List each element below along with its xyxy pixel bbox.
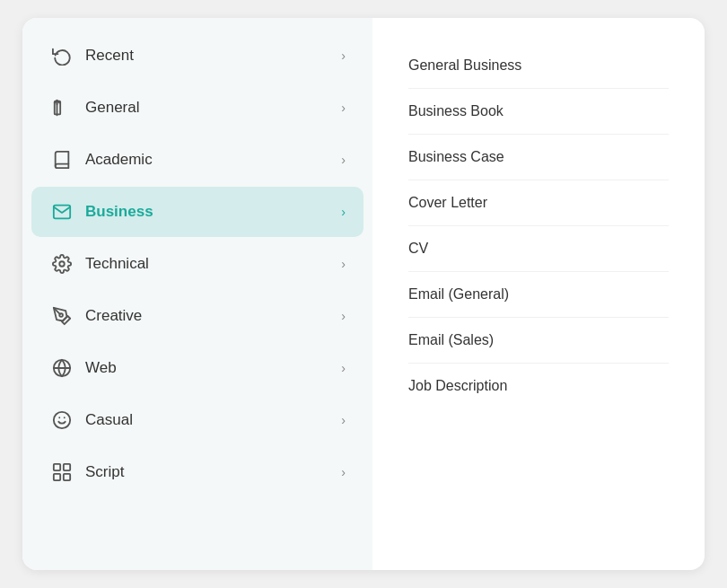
chevron-right-icon: › — [341, 309, 346, 323]
casual-icon — [49, 408, 74, 433]
sidebar-item-casual-label: Casual — [85, 411, 341, 429]
chevron-right-icon: › — [341, 361, 346, 375]
business-icon — [49, 199, 74, 224]
content-item[interactable]: Business Book — [408, 89, 669, 135]
technical-icon — [49, 251, 74, 276]
svg-rect-11 — [54, 474, 60, 480]
svg-rect-12 — [64, 474, 70, 480]
chevron-right-icon: › — [341, 153, 346, 167]
sidebar-item-web-label: Web — [85, 359, 341, 377]
sidebar-item-script[interactable]: Script › — [31, 447, 364, 497]
sidebar-item-business-label: Business — [85, 203, 341, 221]
content-item[interactable]: Business Case — [408, 135, 669, 180]
content-item[interactable]: Email (General) — [408, 272, 669, 318]
svg-point-2 — [59, 261, 65, 267]
main-panel: Recent › General › — [22, 18, 705, 570]
sidebar-item-technical[interactable]: Technical › — [31, 239, 364, 289]
content-item[interactable]: Email (Sales) — [408, 318, 669, 364]
svg-rect-10 — [64, 464, 70, 470]
content-item[interactable]: General Business — [408, 43, 669, 89]
general-icon — [49, 95, 74, 120]
sidebar-item-creative-label: Creative — [85, 307, 341, 325]
chevron-right-icon: › — [341, 413, 346, 427]
svg-point-3 — [59, 313, 63, 317]
sidebar-item-recent-label: Recent — [85, 47, 341, 65]
sidebar-item-general[interactable]: General › — [31, 83, 364, 133]
sidebar-item-script-label: Script — [85, 463, 341, 481]
content-panel: General BusinessBusiness BookBusiness Ca… — [372, 18, 705, 570]
sidebar-item-web[interactable]: Web › — [31, 343, 364, 393]
chevron-right-icon: › — [341, 205, 346, 219]
web-icon — [49, 355, 74, 381]
sidebar-item-business[interactable]: Business › — [31, 187, 364, 237]
svg-point-6 — [54, 412, 70, 428]
sidebar-item-creative[interactable]: Creative › — [31, 291, 364, 341]
sidebar-item-academic[interactable]: Academic › — [31, 135, 364, 185]
script-icon — [49, 460, 74, 485]
sidebar-item-casual[interactable]: Casual › — [31, 395, 364, 445]
academic-icon — [49, 147, 74, 172]
app-container: Recent › General › — [0, 0, 727, 588]
creative-icon — [49, 303, 74, 329]
sidebar-item-general-label: General — [85, 99, 341, 117]
sidebar: Recent › General › — [22, 18, 372, 570]
svg-rect-9 — [54, 464, 60, 470]
content-list: General BusinessBusiness BookBusiness Ca… — [408, 43, 669, 408]
content-item[interactable]: Cover Letter — [408, 180, 669, 226]
chevron-right-icon: › — [341, 257, 346, 271]
content-item[interactable]: CV — [408, 226, 669, 272]
chevron-right-icon: › — [341, 101, 346, 115]
sidebar-item-technical-label: Technical — [85, 255, 341, 273]
content-item[interactable]: Job Description — [408, 364, 669, 408]
sidebar-item-academic-label: Academic — [85, 151, 341, 169]
recent-icon — [49, 43, 74, 68]
sidebar-item-recent[interactable]: Recent › — [31, 31, 364, 81]
chevron-right-icon: › — [341, 48, 346, 63]
chevron-right-icon: › — [341, 465, 346, 479]
